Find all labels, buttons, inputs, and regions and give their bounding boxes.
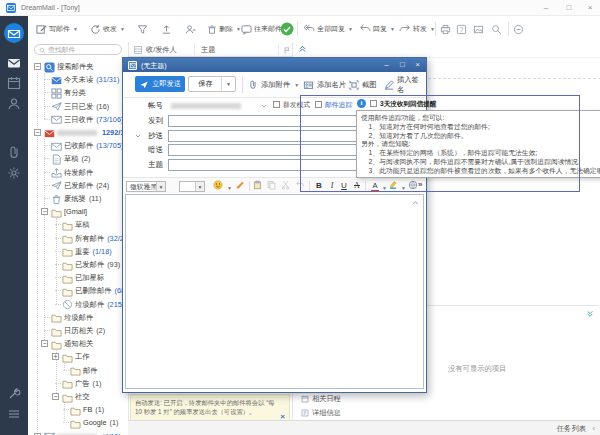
reply-button[interactable]: 回复▼ [359, 20, 395, 38]
details-item[interactable]: 详细信息 [301, 408, 341, 418]
status-indicator[interactable] [280, 20, 294, 38]
tree-item[interactable]: −搜索邮件夹 [28, 60, 128, 73]
tree-item[interactable]: FB(1) [28, 403, 128, 416]
tree-expander-icon[interactable]: − [34, 63, 41, 70]
print-button[interactable] [440, 20, 451, 38]
forward-button[interactable]: 转发▼ [399, 20, 435, 38]
tree-item[interactable]: −通知相关 [28, 337, 128, 350]
help-button[interactable]: ? [456, 20, 467, 38]
settings-icon[interactable] [7, 166, 21, 180]
tree-item[interactable]: 已发邮件(24) [28, 179, 128, 192]
calendar-icon[interactable] [7, 76, 21, 90]
folder-label: 所有邮件 [75, 234, 104, 243]
contacts-button[interactable] [185, 20, 196, 38]
tree-item[interactable]: 草稿(2) [28, 152, 128, 165]
paste-button[interactable] [253, 180, 265, 192]
scroll-up-icon[interactable] [412, 200, 419, 205]
tree-item[interactable]: −社交 [28, 390, 128, 403]
image-button[interactable] [473, 20, 484, 38]
folder-label: 已删除邮件 [75, 286, 111, 295]
contacts-icon[interactable] [7, 97, 21, 111]
folder-icon [62, 352, 73, 363]
maximize-button[interactable]: □ [561, 1, 577, 14]
menu-icon[interactable] [7, 407, 21, 421]
zoom-button[interactable] [491, 20, 502, 38]
add-card-button[interactable]: 添加名片 [303, 76, 346, 93]
save-button[interactable]: 保存 ▼ [188, 76, 236, 92]
tree-item[interactable]: 待发邮件 [28, 166, 128, 179]
logo-icon[interactable] [3, 22, 25, 44]
font-size-select[interactable]: ▼ [179, 181, 205, 192]
emoji-button[interactable] [213, 180, 225, 192]
correspondence-button[interactable]: 往来邮件 [241, 20, 282, 38]
tree-item[interactable]: +(4/15) [28, 430, 128, 435]
bcc-label: 暗送 [123, 145, 163, 155]
collapse-button[interactable] [513, 20, 524, 38]
col-sender[interactable]: 收/发件人 [146, 45, 177, 55]
format-brush-button[interactable] [235, 180, 247, 192]
tree-item[interactable]: 已发邮件(93) [28, 258, 128, 271]
font-family-select[interactable]: 微软雅黑▼ [126, 181, 166, 192]
tree-item[interactable]: 有分类 [28, 86, 128, 99]
tree-item[interactable]: −[Gmail] [28, 205, 128, 218]
add-attachment-button[interactable]: 添加附件▼ [248, 76, 299, 93]
tree-item[interactable]: 垃圾邮件(215/377) [28, 298, 128, 311]
compose-close-button[interactable]: × [410, 58, 425, 72]
delete-button[interactable]: 删除▼ [207, 20, 241, 38]
col-subject[interactable]: 主题 [201, 45, 215, 55]
tree-item[interactable]: 重要(1/18) [28, 245, 128, 258]
tools-icon[interactable] [7, 387, 21, 401]
reply-all-button[interactable]: 全部回复▼ [303, 20, 353, 38]
message-body[interactable] [125, 194, 424, 389]
send-now-button[interactable]: 立即发送 [135, 76, 185, 92]
search-input[interactable]: 查找邮件 [34, 44, 122, 55]
compose-minimize-button[interactable]: – [379, 58, 394, 72]
tree-item[interactable]: Google(1) [28, 416, 128, 429]
expand-section-icon[interactable] [586, 310, 594, 318]
tree-item[interactable]: −1292/1452 [28, 126, 128, 139]
tree-item[interactable]: +工作 [28, 350, 128, 363]
cut-button[interactable] [281, 180, 293, 192]
compose-maximize-button[interactable]: □ [395, 58, 410, 72]
task-list-chevron-icon[interactable]: ‹ [593, 424, 596, 433]
screenshot-button[interactable]: 截图 [349, 76, 377, 93]
tree-item[interactable]: 今天未读(31/31) [28, 73, 128, 86]
tree-item[interactable]: 所有邮件(32/296) [28, 232, 128, 245]
write-mail-button[interactable]: 写邮件▼ [36, 20, 78, 38]
flag-icon[interactable] [283, 46, 291, 55]
tree-item[interactable]: 三日收件(73/106) [28, 113, 128, 126]
print-icon [440, 24, 451, 35]
save-dropdown-icon[interactable]: ▼ [221, 77, 235, 91]
tree-expander-icon[interactable]: − [34, 129, 41, 136]
columns-icon[interactable] [134, 46, 142, 54]
related-schedule-item[interactable]: 相关日程 [301, 394, 341, 404]
tree-item[interactable]: 已加星标 [28, 271, 128, 284]
tree-item[interactable]: 已收邮件(13/705) [28, 139, 128, 152]
send-receive-button[interactable]: 收发▼ [90, 20, 125, 38]
tree-expander-icon[interactable]: + [52, 353, 59, 360]
tree-expander-icon[interactable]: − [41, 208, 48, 215]
tree-item[interactable]: 已删除邮件(68/159) [28, 284, 128, 297]
tree-item[interactable]: 广告(1) [28, 377, 128, 390]
tree-expander-icon[interactable]: − [41, 340, 48, 347]
tree-item[interactable]: 邮件 [28, 364, 128, 377]
collapse-pane-icon[interactable] [298, 44, 307, 53]
tree-item[interactable]: 草稿 [28, 218, 128, 231]
search-icon [44, 62, 55, 73]
tree-expander-icon[interactable]: − [52, 393, 59, 400]
mail-icon[interactable] [7, 56, 21, 70]
copy-button[interactable] [267, 180, 279, 192]
attachment-icon[interactable] [7, 145, 21, 159]
tree-item[interactable]: 垃圾邮件 [28, 311, 128, 324]
insert-signature-button[interactable]: 插入签名 [384, 76, 426, 93]
export-button[interactable] [161, 20, 172, 38]
tree-item[interactable]: 日历相关(2) [28, 324, 128, 337]
close-button[interactable]: × [582, 1, 598, 14]
filter-button[interactable] [137, 20, 148, 38]
minimize-button[interactable]: – [538, 1, 554, 14]
tree-item[interactable]: 废纸篓(11) [28, 192, 128, 205]
bulk-mode-checkbox[interactable] [273, 101, 280, 108]
task-list-label[interactable]: 任务列表 [557, 424, 586, 434]
tree-item[interactable]: 三日已发(16) [28, 100, 128, 113]
account-dropdown-icon[interactable] [261, 104, 267, 108]
